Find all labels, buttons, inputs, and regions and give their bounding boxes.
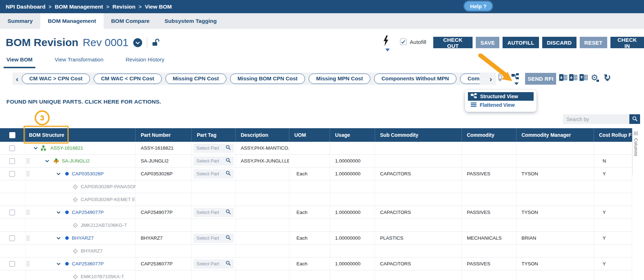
part-link[interactable]: CAP2536077P xyxy=(72,261,104,266)
tab-bom-compare[interactable]: BOM Compare xyxy=(104,13,157,29)
filter-chip-components-w[interactable]: Components W xyxy=(460,74,480,84)
help-button[interactable]: Help ? xyxy=(464,1,492,11)
search-input[interactable] xyxy=(563,114,629,124)
column-header-uom[interactable]: UOM xyxy=(289,128,330,142)
columns-panel-tab[interactable]: Columns xyxy=(632,129,639,175)
drag-handle-icon[interactable] xyxy=(26,210,30,215)
part-link[interactable]: SA-JUNGLI2 xyxy=(62,158,90,164)
usage-cell xyxy=(330,193,375,206)
bom-structure-cell: BHYARZ7 xyxy=(26,245,136,257)
chevron-down-icon[interactable] xyxy=(56,172,61,175)
column-header-part-tag[interactable]: Part Tag xyxy=(192,128,236,142)
subtab-view-transformation[interactable]: View Transformation xyxy=(52,56,106,68)
refresh-history-icon[interactable]: ↻⚙ xyxy=(604,74,611,81)
row-checkbox[interactable] xyxy=(9,235,15,241)
breadcrumb-item-bom-management[interactable]: BOM Management xyxy=(55,4,103,10)
column-header-part-number[interactable]: Part Number xyxy=(136,128,192,142)
autofill-checkbox[interactable] xyxy=(400,39,406,45)
lightning-icon[interactable] xyxy=(383,35,389,48)
subtab-revision-history[interactable]: Revision History xyxy=(123,56,167,68)
column-header-sub-commodity[interactable]: Sub Commodity xyxy=(375,128,462,142)
usage-cell xyxy=(330,245,375,257)
filter-chip-cm-wac-cpn-cost[interactable]: CM WAC > CPN Cost xyxy=(22,74,90,84)
cost-rollup-cell xyxy=(594,219,632,231)
chevron-down-icon[interactable] xyxy=(56,262,61,265)
autofill-button[interactable]: AUTOFILL xyxy=(503,37,539,48)
view-mode-icon[interactable] xyxy=(511,73,519,80)
filter-chip-missing-mpn-cost[interactable]: Missing MPN Cost xyxy=(309,74,370,84)
row-checkbox[interactable] xyxy=(9,261,15,267)
table-row: CAP0353026P-KEMET EL xyxy=(0,193,632,206)
row-checkbox[interactable] xyxy=(9,210,15,215)
tab-summary[interactable]: Summary xyxy=(0,13,40,29)
reset-button[interactable]: RESET xyxy=(580,37,607,48)
select-part-button[interactable]: Select Part xyxy=(194,208,234,217)
select-all-checkbox[interactable] xyxy=(9,132,15,138)
check-in-button[interactable]: CHECK IN xyxy=(610,37,644,48)
tab-subsystem-tagging[interactable]: Subsystem Tagging xyxy=(157,13,224,29)
filter-chip-cm-wac-cpn-cost[interactable]: CM WAC < CPN Cost xyxy=(94,74,162,84)
part-icon xyxy=(65,210,69,214)
part-link[interactable]: ASSY-1616821 xyxy=(50,145,83,151)
drag-handle-icon[interactable] xyxy=(26,261,30,266)
import-excel-icon[interactable] xyxy=(559,74,567,81)
filter-chip-missing-bom-cpn-cost[interactable]: Missing BOM CPN Cost xyxy=(230,74,305,84)
chevron-down-icon[interactable] xyxy=(56,211,61,214)
search-button[interactable] xyxy=(629,114,640,124)
filter-chip-components-without-mpn[interactable]: Components Without MPN xyxy=(374,74,456,84)
column-header-usage[interactable]: Usage xyxy=(330,128,375,142)
usage-cell: 1.00000000 xyxy=(330,168,375,180)
row-select-cell xyxy=(0,180,26,193)
send-rfi-button[interactable]: SEND RFI xyxy=(525,73,556,85)
npi-unique-parts-notice[interactable]: FOUND NPI UNIQUE PARTS. CLICK HERE FOR A… xyxy=(6,99,161,105)
view-mode-caret-icon[interactable] xyxy=(514,82,519,85)
commodity-manager-cell xyxy=(516,193,594,206)
part-link[interactable]: BHYARZ7 xyxy=(72,235,94,241)
export-excel-icon[interactable] xyxy=(579,74,588,81)
import-excel-template-icon[interactable] xyxy=(569,74,577,81)
column-header-commodity[interactable]: Commodity xyxy=(462,128,516,142)
column-header-cost-rollup-f[interactable]: Cost Rollup F xyxy=(594,128,632,142)
chips-scroll-right-icon[interactable]: › xyxy=(487,74,495,84)
settings-save-icon[interactable]: ⚙ xyxy=(591,74,598,81)
search-icon xyxy=(226,261,231,267)
part-link[interactable]: CAP0353026P xyxy=(72,171,104,176)
column-header-commodity-manager[interactable]: Commodity Manager xyxy=(516,128,594,142)
lightning-dropdown-caret-icon[interactable] xyxy=(385,49,390,51)
chevron-down-icon[interactable] xyxy=(56,237,61,240)
select-part-button[interactable]: Select Part xyxy=(194,156,234,166)
row-checkbox[interactable] xyxy=(9,158,15,164)
usage-cell: 1.00000000 xyxy=(330,155,375,167)
breadcrumb-item-revision[interactable]: Revision xyxy=(113,4,136,10)
chevron-down-icon[interactable] xyxy=(34,147,38,150)
breadcrumb-item-view-bom[interactable]: View BOM xyxy=(145,4,172,10)
drag-handle-icon[interactable] xyxy=(26,158,30,164)
chips-scroll-left-icon[interactable]: ‹ xyxy=(13,74,21,84)
select-part-button[interactable]: Select Part xyxy=(194,144,234,153)
add-table-icon[interactable] xyxy=(498,74,507,82)
table-row: CAP0353026PCAP0353026PSelect PartEach1.0… xyxy=(0,168,632,180)
subtab-view-bom[interactable]: View BOM xyxy=(4,56,35,68)
view-menu-item-structured-view[interactable]: Structured View xyxy=(468,92,534,101)
row-select-cell xyxy=(0,155,26,167)
commodity-manager-cell xyxy=(516,142,594,154)
chevron-down-icon[interactable] xyxy=(45,160,49,162)
select-part-button[interactable]: Select Part xyxy=(194,259,234,269)
tab-bom-management[interactable]: BOM Management xyxy=(40,13,104,29)
view-menu-item-flattened-view[interactable]: Flattened View xyxy=(468,101,534,109)
discard-button[interactable]: DISCARD xyxy=(542,37,576,48)
select-part-button[interactable]: Select Part xyxy=(194,169,234,179)
part-link[interactable]: CAP2549077P xyxy=(72,210,104,215)
select-part-button[interactable]: Select Part xyxy=(194,234,234,243)
drag-handle-icon[interactable] xyxy=(26,235,30,241)
check-out-button[interactable]: CHECK OUT xyxy=(433,37,473,48)
save-button[interactable]: SAVE xyxy=(476,37,500,48)
column-header-description[interactable]: Description xyxy=(236,128,289,142)
breadcrumb-item-npi-dashboard[interactable]: NPI Dashboard xyxy=(6,4,45,10)
row-checkbox[interactable] xyxy=(9,145,15,151)
row-checkbox[interactable] xyxy=(9,171,15,177)
bom-structure-cell: CAP0353026P-PANASON xyxy=(26,180,136,193)
filter-chip-missing-cpn-cost[interactable]: Missing CPN Cost xyxy=(165,74,226,84)
drag-handle-icon[interactable] xyxy=(26,171,30,176)
revision-dropdown-icon[interactable] xyxy=(133,38,143,48)
